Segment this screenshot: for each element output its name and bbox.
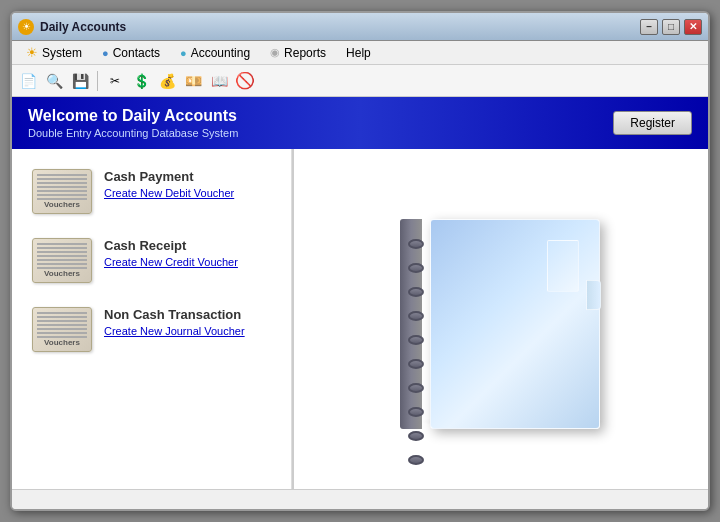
- ring-1: [408, 239, 424, 249]
- toolbar-save[interactable]: 💾: [68, 69, 92, 93]
- menu-help[interactable]: Help: [336, 44, 381, 62]
- toolbar-open[interactable]: 🔍: [42, 69, 66, 93]
- notebook-tab: [586, 280, 601, 310]
- header-banner: Welcome to Daily Accounts Double Entry A…: [12, 97, 708, 149]
- cash-receipt-icon: Vouchers: [32, 238, 92, 283]
- header-title: Welcome to Daily Accounts: [28, 107, 238, 125]
- toolbar-ledger[interactable]: 📖: [207, 69, 231, 93]
- ring-4: [408, 311, 424, 321]
- reports-icon: ◉: [270, 46, 280, 59]
- ring-2: [408, 263, 424, 273]
- non-cash-text: Non Cash Transaction Create New Journal …: [104, 307, 245, 337]
- notebook-rings: [408, 239, 424, 465]
- window-controls: – □ ✕: [640, 19, 702, 35]
- status-bar: [12, 489, 708, 509]
- toolbar-separator-1: [97, 71, 98, 91]
- left-panel: Vouchers Cash Payment Create New Debit V…: [12, 149, 292, 489]
- cash-receipt-text: Cash Receipt Create New Credit Voucher: [104, 238, 238, 268]
- cash-payment-section: Vouchers Cash Payment Create New Debit V…: [32, 169, 271, 214]
- window-title: Daily Accounts: [40, 20, 126, 34]
- content-area: Vouchers Cash Payment Create New Debit V…: [12, 149, 708, 489]
- menu-system[interactable]: ☀ System: [16, 43, 92, 62]
- minimize-button[interactable]: –: [640, 19, 658, 35]
- register-button[interactable]: Register: [613, 111, 692, 135]
- title-bar-left: ☀ Daily Accounts: [18, 19, 126, 35]
- accounting-icon: ●: [180, 47, 187, 59]
- menu-bar: ☀ System ● Contacts ● Accounting ◉ Repor…: [12, 41, 708, 65]
- ring-9: [408, 431, 424, 441]
- title-bar: ☀ Daily Accounts – □ ✕: [12, 13, 708, 41]
- notebook-illustration: [400, 209, 600, 429]
- notebook-cover: [430, 219, 600, 429]
- cash-receipt-title: Cash Receipt: [104, 238, 238, 253]
- toolbar-credit[interactable]: 💰: [155, 69, 179, 93]
- voucher-label-2: Vouchers: [33, 269, 91, 278]
- right-panel: [292, 149, 708, 489]
- cash-payment-link[interactable]: Create New Debit Voucher: [104, 187, 234, 199]
- voucher-label-1: Vouchers: [33, 200, 91, 209]
- system-icon: ☀: [26, 45, 38, 60]
- main-window: ☀ Daily Accounts – □ ✕ ☀ System ● Contac…: [10, 11, 710, 511]
- ring-3: [408, 287, 424, 297]
- cash-receipt-link[interactable]: Create New Credit Voucher: [104, 256, 238, 268]
- cash-payment-title: Cash Payment: [104, 169, 234, 184]
- menu-accounting[interactable]: ● Accounting: [170, 44, 260, 62]
- non-cash-section: Vouchers Non Cash Transaction Create New…: [32, 307, 271, 352]
- non-cash-title: Non Cash Transaction: [104, 307, 245, 322]
- header-text: Welcome to Daily Accounts Double Entry A…: [28, 107, 238, 139]
- toolbar-delete[interactable]: 🚫: [233, 69, 257, 93]
- cash-payment-text: Cash Payment Create New Debit Voucher: [104, 169, 234, 199]
- ring-10: [408, 455, 424, 465]
- non-cash-link[interactable]: Create New Journal Voucher: [104, 325, 245, 337]
- contacts-icon: ●: [102, 47, 109, 59]
- close-button[interactable]: ✕: [684, 19, 702, 35]
- toolbar: 📄 🔍 💾 ✂ 💲 💰 💴 📖 🚫: [12, 65, 708, 97]
- cash-receipt-section: Vouchers Cash Receipt Create New Credit …: [32, 238, 271, 283]
- ring-7: [408, 383, 424, 393]
- vertical-divider: [292, 149, 294, 489]
- toolbar-debit[interactable]: 💲: [129, 69, 153, 93]
- toolbar-cut[interactable]: ✂: [103, 69, 127, 93]
- header-subtitle: Double Entry Accounting Database System: [28, 127, 238, 139]
- menu-contacts[interactable]: ● Contacts: [92, 44, 170, 62]
- menu-reports[interactable]: ◉ Reports: [260, 44, 336, 62]
- non-cash-icon: Vouchers: [32, 307, 92, 352]
- voucher-label-3: Vouchers: [33, 338, 91, 347]
- toolbar-journal[interactable]: 💴: [181, 69, 205, 93]
- ring-8: [408, 407, 424, 417]
- notebook-spine: [400, 219, 422, 429]
- maximize-button[interactable]: □: [662, 19, 680, 35]
- ring-5: [408, 335, 424, 345]
- cash-payment-icon: Vouchers: [32, 169, 92, 214]
- app-icon: ☀: [18, 19, 34, 35]
- ring-6: [408, 359, 424, 369]
- toolbar-new[interactable]: 📄: [16, 69, 40, 93]
